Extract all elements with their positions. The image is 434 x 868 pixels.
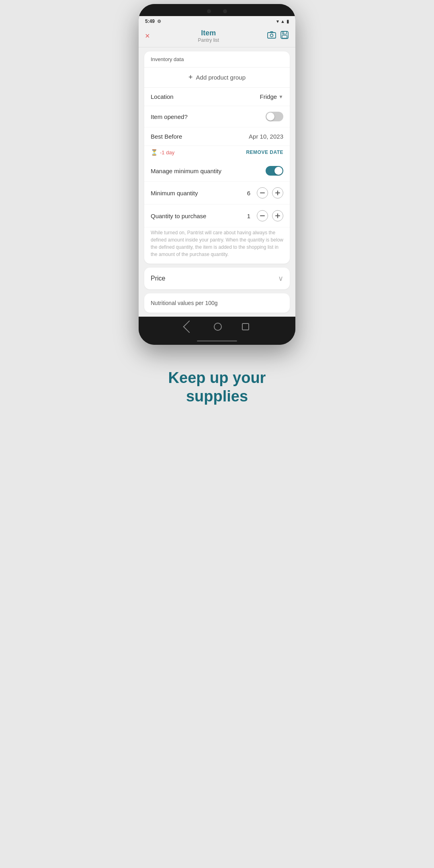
gesture-indicator: [197, 340, 237, 342]
chevron-down-price-icon: ∨: [278, 274, 283, 283]
camera-button[interactable]: [267, 31, 276, 41]
svg-rect-8: [275, 192, 280, 193]
tagline-line2: supplies: [186, 388, 248, 405]
qty-to-purchase-label: Quantity to purchase: [151, 213, 206, 219]
min-qty-label: Minimum quantity: [151, 190, 198, 197]
add-product-group-button[interactable]: + Add product group: [144, 68, 290, 88]
toggle-thumb: [266, 113, 274, 121]
screen-content: Inventory data + Add product group Locat…: [139, 47, 295, 317]
nutritional-card: Nutritional values per 100g: [144, 293, 290, 313]
location-value: Fridge: [260, 93, 277, 100]
phone-screen: 5:49 ⚙ ▾ ▲ ▮ × Item Pantry list: [139, 16, 295, 317]
manage-min-qty-row: Manage minimum quantity: [144, 160, 290, 182]
close-button[interactable]: ×: [145, 31, 150, 41]
best-before-label: Best Before: [151, 133, 182, 140]
item-opened-toggle[interactable]: [266, 112, 283, 121]
svg-point-1: [270, 34, 273, 37]
location-row[interactable]: Location Fridge ▼: [144, 88, 290, 106]
item-opened-label: Item opened?: [151, 113, 188, 120]
min-qty-increase-button[interactable]: [272, 187, 283, 199]
expiry-badge: ⏳ -1 day: [151, 149, 174, 156]
phone-top-bar: [139, 4, 295, 16]
recents-button[interactable]: [242, 323, 249, 330]
price-row[interactable]: Price ∨: [144, 268, 290, 289]
price-card[interactable]: Price ∨: [144, 268, 290, 289]
gesture-bar: [139, 337, 295, 345]
svg-rect-0: [268, 33, 276, 38]
manage-min-qty-toggle[interactable]: [266, 166, 283, 176]
svg-rect-4: [282, 35, 287, 38]
tagline-line1: Keep up your: [168, 369, 266, 386]
qty-decrease-button[interactable]: [257, 210, 268, 221]
qty-to-purchase-row: Quantity to purchase 1: [144, 205, 290, 227]
toggle-thumb-on: [274, 167, 283, 175]
camera-dot-right: [223, 9, 227, 13]
battery-icon: ▮: [287, 19, 289, 24]
add-product-label: Add product group: [196, 74, 246, 81]
inventory-header: Inventory data: [144, 51, 290, 68]
chevron-down-icon: ▼: [278, 94, 283, 100]
svg-rect-6: [260, 192, 265, 193]
camera-dot-left: [207, 9, 211, 13]
settings-icon[interactable]: ⚙: [157, 19, 161, 24]
app-bar: × Item Pantry list: [139, 26, 295, 47]
remove-date-button[interactable]: REMOVE DATE: [246, 149, 283, 155]
expiry-row: ⏳ -1 day REMOVE DATE: [144, 146, 290, 160]
hourglass-icon: ⏳: [151, 149, 158, 156]
app-bar-actions: [267, 31, 289, 41]
best-before-row[interactable]: Best Before Apr 10, 2023: [144, 127, 290, 146]
item-opened-row: Item opened?: [144, 106, 290, 127]
app-bar-title: Item Pantry list: [198, 29, 219, 43]
qty-to-purchase-control: 1: [245, 210, 283, 221]
page-subtitle: Pantry list: [198, 37, 219, 43]
tagline-section: Keep up your supplies: [160, 361, 274, 414]
location-dropdown[interactable]: Fridge ▼: [260, 93, 283, 100]
signal-icon: ▲: [280, 19, 285, 24]
inventory-card: Inventory data + Add product group Locat…: [144, 51, 290, 264]
manage-min-qty-label: Manage minimum quantity: [151, 168, 221, 174]
back-button[interactable]: [183, 320, 195, 333]
svg-rect-9: [260, 215, 265, 216]
nutritional-header: Nutritional values per 100g: [144, 293, 290, 313]
svg-rect-11: [275, 215, 280, 216]
price-label: Price: [151, 275, 165, 282]
best-before-value: Apr 10, 2023: [249, 133, 283, 140]
phone-bottom-bar: [139, 317, 295, 337]
qty-increase-button[interactable]: [272, 210, 283, 221]
status-time: 5:49: [145, 18, 155, 24]
expiry-days: -1 day: [160, 149, 174, 156]
svg-rect-3: [283, 31, 287, 34]
tagline-text: Keep up your supplies: [168, 369, 266, 405]
description-text: While turned on, Pantrist will care abou…: [144, 227, 290, 264]
home-button[interactable]: [214, 323, 222, 331]
save-button[interactable]: [280, 31, 289, 41]
status-bar: 5:49 ⚙ ▾ ▲ ▮: [139, 16, 295, 26]
min-qty-value: 6: [245, 190, 253, 197]
status-icons: ▾ ▲ ▮: [276, 19, 289, 24]
plus-icon: +: [188, 73, 193, 82]
phone-shell: 5:49 ⚙ ▾ ▲ ▮ × Item Pantry list: [139, 4, 295, 345]
min-qty-control: 6: [245, 187, 283, 199]
qty-to-purchase-value: 1: [245, 213, 253, 219]
page-title: Item: [198, 29, 219, 37]
wifi-icon: ▾: [276, 19, 279, 24]
min-qty-row: Minimum quantity 6: [144, 182, 290, 205]
min-qty-decrease-button[interactable]: [257, 187, 268, 199]
location-label: Location: [151, 93, 174, 100]
